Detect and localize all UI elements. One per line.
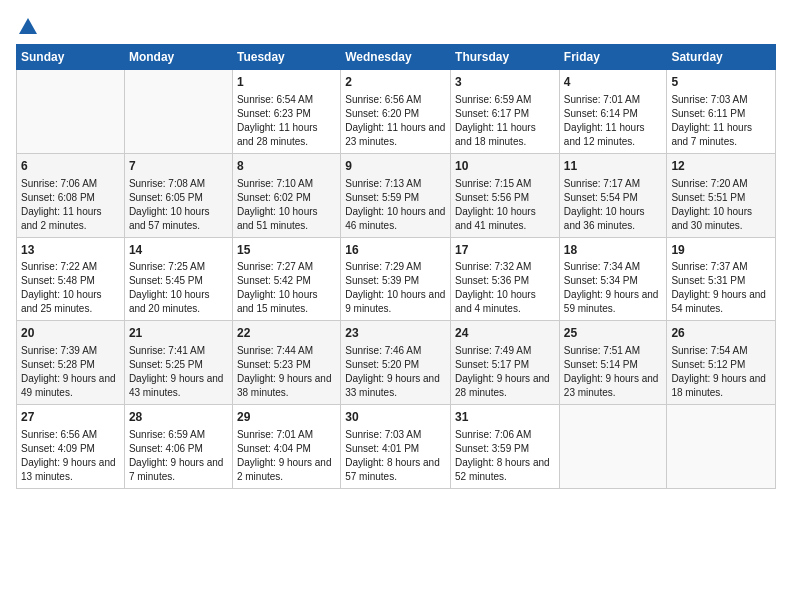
cell-content: 16Sunrise: 7:29 AMSunset: 5:39 PMDayligh…: [345, 242, 446, 317]
calendar-week-row: 1Sunrise: 6:54 AMSunset: 6:23 PMDaylight…: [17, 70, 776, 154]
daylight-text: Daylight: 10 hours and 4 minutes.: [455, 289, 536, 314]
calendar-cell: 17Sunrise: 7:32 AMSunset: 5:36 PMDayligh…: [451, 237, 560, 321]
sunset-text: Sunset: 4:09 PM: [21, 443, 95, 454]
day-number: 31: [455, 409, 555, 426]
calendar-cell: [667, 405, 776, 489]
sunrise-text: Sunrise: 6:59 AM: [129, 429, 205, 440]
calendar-cell: 28Sunrise: 6:59 AMSunset: 4:06 PMDayligh…: [124, 405, 232, 489]
daylight-text: Daylight: 9 hours and 18 minutes.: [671, 373, 766, 398]
sunset-text: Sunset: 3:59 PM: [455, 443, 529, 454]
day-number: 30: [345, 409, 446, 426]
sunrise-text: Sunrise: 7:13 AM: [345, 178, 421, 189]
sunset-text: Sunset: 5:14 PM: [564, 359, 638, 370]
cell-content: 19Sunrise: 7:37 AMSunset: 5:31 PMDayligh…: [671, 242, 771, 317]
daylight-text: Daylight: 8 hours and 52 minutes.: [455, 457, 550, 482]
sunrise-text: Sunrise: 7:20 AM: [671, 178, 747, 189]
sunset-text: Sunset: 6:02 PM: [237, 192, 311, 203]
calendar-table: SundayMondayTuesdayWednesdayThursdayFrid…: [16, 44, 776, 489]
day-number: 29: [237, 409, 336, 426]
calendar-cell: 2Sunrise: 6:56 AMSunset: 6:20 PMDaylight…: [341, 70, 451, 154]
daylight-text: Daylight: 10 hours and 20 minutes.: [129, 289, 210, 314]
calendar-cell: 29Sunrise: 7:01 AMSunset: 4:04 PMDayligh…: [232, 405, 340, 489]
sunrise-text: Sunrise: 7:41 AM: [129, 345, 205, 356]
sunrise-text: Sunrise: 7:51 AM: [564, 345, 640, 356]
day-number: 4: [564, 74, 663, 91]
daylight-text: Daylight: 9 hours and 59 minutes.: [564, 289, 659, 314]
calendar-cell: 16Sunrise: 7:29 AMSunset: 5:39 PMDayligh…: [341, 237, 451, 321]
daylight-text: Daylight: 9 hours and 7 minutes.: [129, 457, 224, 482]
daylight-text: Daylight: 11 hours and 23 minutes.: [345, 122, 445, 147]
calendar-week-row: 13Sunrise: 7:22 AMSunset: 5:48 PMDayligh…: [17, 237, 776, 321]
calendar-cell: [17, 70, 125, 154]
sunrise-text: Sunrise: 7:10 AM: [237, 178, 313, 189]
calendar-cell: 6Sunrise: 7:06 AMSunset: 6:08 PMDaylight…: [17, 153, 125, 237]
day-number: 5: [671, 74, 771, 91]
daylight-text: Daylight: 11 hours and 7 minutes.: [671, 122, 752, 147]
sunrise-text: Sunrise: 7:01 AM: [237, 429, 313, 440]
sunrise-text: Sunrise: 7:01 AM: [564, 94, 640, 105]
sunset-text: Sunset: 5:28 PM: [21, 359, 95, 370]
daylight-text: Daylight: 9 hours and 54 minutes.: [671, 289, 766, 314]
logo-block: [16, 16, 40, 34]
sunrise-text: Sunrise: 7:15 AM: [455, 178, 531, 189]
cell-content: 23Sunrise: 7:46 AMSunset: 5:20 PMDayligh…: [345, 325, 446, 400]
page-header: [16, 16, 776, 34]
sunset-text: Sunset: 6:23 PM: [237, 108, 311, 119]
cell-content: 3Sunrise: 6:59 AMSunset: 6:17 PMDaylight…: [455, 74, 555, 149]
daylight-text: Daylight: 9 hours and 43 minutes.: [129, 373, 224, 398]
daylight-text: Daylight: 10 hours and 36 minutes.: [564, 206, 645, 231]
cell-content: 21Sunrise: 7:41 AMSunset: 5:25 PMDayligh…: [129, 325, 228, 400]
daylight-text: Daylight: 11 hours and 12 minutes.: [564, 122, 645, 147]
cell-content: 20Sunrise: 7:39 AMSunset: 5:28 PMDayligh…: [21, 325, 120, 400]
calendar-week-row: 27Sunrise: 6:56 AMSunset: 4:09 PMDayligh…: [17, 405, 776, 489]
day-number: 7: [129, 158, 228, 175]
cell-content: 25Sunrise: 7:51 AMSunset: 5:14 PMDayligh…: [564, 325, 663, 400]
daylight-text: Daylight: 10 hours and 25 minutes.: [21, 289, 102, 314]
sunrise-text: Sunrise: 7:17 AM: [564, 178, 640, 189]
weekday-header-monday: Monday: [124, 45, 232, 70]
weekday-header-saturday: Saturday: [667, 45, 776, 70]
calendar-cell: 7Sunrise: 7:08 AMSunset: 6:05 PMDaylight…: [124, 153, 232, 237]
calendar-cell: 3Sunrise: 6:59 AMSunset: 6:17 PMDaylight…: [451, 70, 560, 154]
sunset-text: Sunset: 5:56 PM: [455, 192, 529, 203]
calendar-cell: 19Sunrise: 7:37 AMSunset: 5:31 PMDayligh…: [667, 237, 776, 321]
sunset-text: Sunset: 5:36 PM: [455, 275, 529, 286]
sunrise-text: Sunrise: 7:29 AM: [345, 261, 421, 272]
weekday-header-friday: Friday: [559, 45, 667, 70]
sunrise-text: Sunrise: 7:46 AM: [345, 345, 421, 356]
daylight-text: Daylight: 8 hours and 57 minutes.: [345, 457, 440, 482]
day-number: 22: [237, 325, 336, 342]
cell-content: 26Sunrise: 7:54 AMSunset: 5:12 PMDayligh…: [671, 325, 771, 400]
sunset-text: Sunset: 5:31 PM: [671, 275, 745, 286]
sunset-text: Sunset: 6:11 PM: [671, 108, 745, 119]
cell-content: 4Sunrise: 7:01 AMSunset: 6:14 PMDaylight…: [564, 74, 663, 149]
svg-marker-0: [19, 18, 37, 34]
daylight-text: Daylight: 9 hours and 13 minutes.: [21, 457, 116, 482]
day-number: 20: [21, 325, 120, 342]
sunset-text: Sunset: 6:20 PM: [345, 108, 419, 119]
sunrise-text: Sunrise: 7:06 AM: [455, 429, 531, 440]
sunrise-text: Sunrise: 6:59 AM: [455, 94, 531, 105]
daylight-text: Daylight: 9 hours and 38 minutes.: [237, 373, 332, 398]
sunrise-text: Sunrise: 7:27 AM: [237, 261, 313, 272]
day-number: 6: [21, 158, 120, 175]
day-number: 18: [564, 242, 663, 259]
cell-content: 27Sunrise: 6:56 AMSunset: 4:09 PMDayligh…: [21, 409, 120, 484]
calendar-cell: 5Sunrise: 7:03 AMSunset: 6:11 PMDaylight…: [667, 70, 776, 154]
sunset-text: Sunset: 6:17 PM: [455, 108, 529, 119]
cell-content: 18Sunrise: 7:34 AMSunset: 5:34 PMDayligh…: [564, 242, 663, 317]
weekday-header-thursday: Thursday: [451, 45, 560, 70]
cell-content: 14Sunrise: 7:25 AMSunset: 5:45 PMDayligh…: [129, 242, 228, 317]
calendar-cell: 27Sunrise: 6:56 AMSunset: 4:09 PMDayligh…: [17, 405, 125, 489]
cell-content: 22Sunrise: 7:44 AMSunset: 5:23 PMDayligh…: [237, 325, 336, 400]
calendar-cell: 11Sunrise: 7:17 AMSunset: 5:54 PMDayligh…: [559, 153, 667, 237]
calendar-header: SundayMondayTuesdayWednesdayThursdayFrid…: [17, 45, 776, 70]
cell-content: 6Sunrise: 7:06 AMSunset: 6:08 PMDaylight…: [21, 158, 120, 233]
sunset-text: Sunset: 5:42 PM: [237, 275, 311, 286]
sunset-text: Sunset: 5:34 PM: [564, 275, 638, 286]
calendar-week-row: 6Sunrise: 7:06 AMSunset: 6:08 PMDaylight…: [17, 153, 776, 237]
sunset-text: Sunset: 5:48 PM: [21, 275, 95, 286]
day-number: 19: [671, 242, 771, 259]
logo: [16, 16, 40, 34]
sunrise-text: Sunrise: 7:03 AM: [671, 94, 747, 105]
